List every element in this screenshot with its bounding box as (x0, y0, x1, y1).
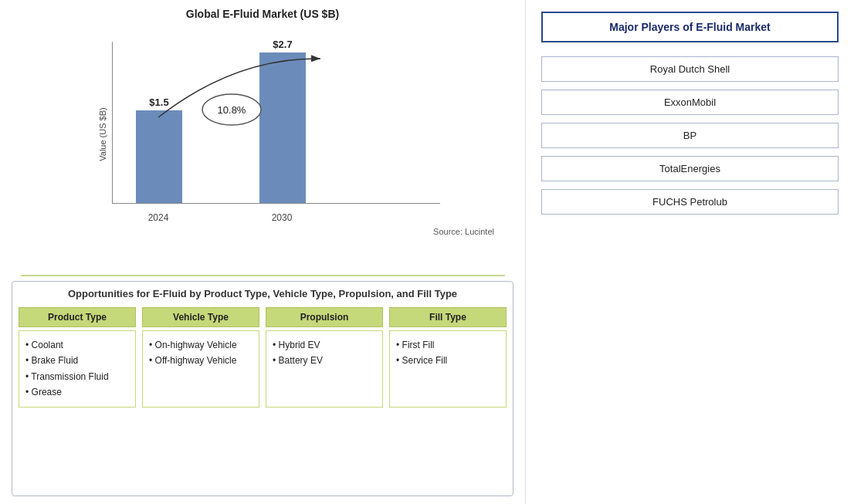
list-item: First Fill (396, 337, 500, 353)
list-item: Off-highway Vehicle (149, 353, 252, 368)
fill-type-list: First Fill Service Fill (396, 337, 500, 369)
right-panel: Major Players of E-Fluid Market Royal Du… (525, 0, 854, 504)
list-item: Brake Fluid (25, 353, 129, 368)
propulsion-list: Hybrid EV Battery EV (273, 337, 376, 369)
col-header-propulsion: Propulsion (266, 307, 383, 327)
opp-col-propulsion: Propulsion Hybrid EV Battery EV (266, 307, 383, 408)
col-header-product-type: Product Type (19, 307, 136, 327)
opp-columns: Product Type Coolant Brake Fluid Transmi… (19, 307, 507, 408)
list-item: On-highway Vehicle (149, 337, 252, 353)
player-item-shell: Royal Dutch Shell (541, 56, 839, 82)
bar-2024-rect (136, 110, 182, 203)
bar-2024-label: $1.5 (149, 96, 168, 108)
list-item: Service Fill (396, 353, 500, 368)
player-item-exxon: ExxonMobil (541, 90, 839, 115)
list-item: Grease (25, 384, 129, 400)
opp-col-vehicle-type: Vehicle Type On-highway Vehicle Off-high… (142, 307, 259, 408)
bar-2030: $2.7 (259, 39, 306, 203)
col-body-propulsion: Hybrid EV Battery EV (266, 330, 383, 408)
col-body-product-type: Coolant Brake Fluid Transmission Fluid G… (19, 330, 136, 408)
list-item: Hybrid EV (273, 337, 376, 353)
col-body-fill-type: First Fill Service Fill (389, 330, 507, 408)
player-item-bp: BP (541, 123, 839, 148)
bar-2024: $1.5 (136, 96, 182, 203)
horizontal-divider (21, 275, 505, 276)
x-label-2030: 2030 (259, 212, 305, 223)
list-item: Battery EV (273, 353, 376, 368)
player-item-fuchs: FUCHS Petrolub (541, 189, 839, 215)
opp-col-fill-type: Fill Type First Fill Service Fill (389, 307, 507, 408)
product-type-list: Coolant Brake Fluid Transmission Fluid G… (25, 337, 129, 401)
vehicle-type-list: On-highway Vehicle Off-highway Vehicle (149, 337, 252, 369)
y-axis-label: Value (US $B) (98, 107, 107, 161)
bar-2030-label: $2.7 (273, 39, 292, 50)
col-body-vehicle-type: On-highway Vehicle Off-highway Vehicle (142, 330, 259, 408)
col-header-vehicle-type: Vehicle Type (142, 307, 259, 327)
list-item: Transmission Fluid (25, 369, 129, 384)
opportunities-section: Opportunities for E-Fluid by Product Typ… (12, 281, 513, 496)
main-container: Global E-Fluid Market (US $B) Value (US … (0, 0, 854, 504)
players-title: Major Players of E-Fluid Market (541, 12, 839, 42)
opp-col-product-type: Product Type Coolant Brake Fluid Transmi… (19, 307, 136, 408)
opp-title: Opportunities for E-Fluid by Product Typ… (19, 288, 507, 299)
x-label-2024: 2024 (135, 212, 181, 223)
left-panel: Global E-Fluid Market (US $B) Value (US … (0, 0, 525, 504)
list-item: Coolant (25, 337, 129, 353)
player-item-total: TotalEnergies (541, 156, 839, 181)
chart-title: Global E-Fluid Market (US $B) (186, 8, 339, 20)
bar-2030-rect (259, 52, 306, 203)
col-header-fill-type: Fill Type (389, 307, 507, 327)
chart-section: Global E-Fluid Market (US $B) Value (US … (8, 8, 517, 270)
